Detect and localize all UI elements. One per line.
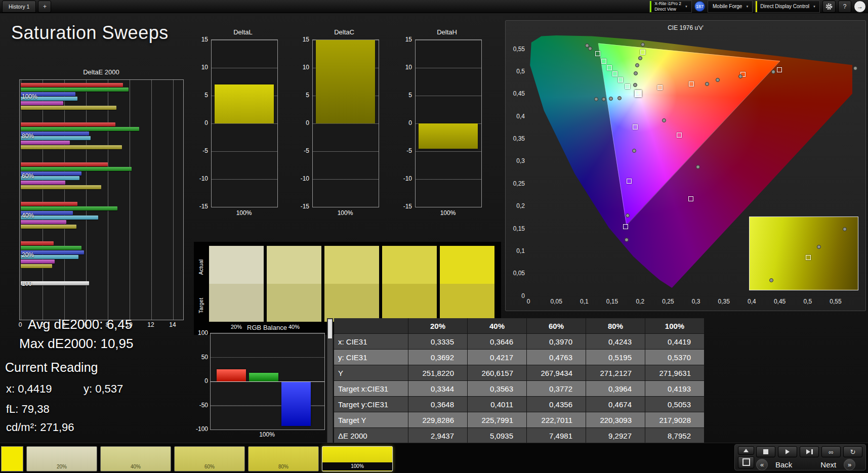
deltae-bar: [21, 202, 77, 206]
advance-button[interactable]: →: [854, 1, 866, 13]
table-cell: 7,4981: [527, 428, 586, 443]
meter-dropdown[interactable]: X-Rite i1Pro 2 Direct View ▼: [649, 1, 692, 13]
deltae-bar: [21, 246, 81, 250]
axis-tick-label: 0,05: [548, 298, 564, 305]
chevron-down-icon: ▼: [685, 5, 688, 8]
axis-tick-label: -100: [195, 425, 208, 433]
table-cell: 5,0935: [468, 428, 526, 443]
back-arrow-button[interactable]: «: [756, 459, 768, 470]
patch-button-label: 80%: [249, 463, 318, 470]
table-cell: 0,5053: [645, 397, 704, 412]
target-point: [612, 71, 617, 76]
patch-button-40%[interactable]: 40%: [100, 446, 171, 471]
avg-de2000: Avg dE2000: 6,45: [28, 317, 132, 332]
axis-tick-label: 0,3: [688, 298, 704, 305]
settings-button[interactable]: [822, 1, 836, 13]
swatch-actual: [267, 246, 321, 284]
table-row-label: Target Y: [334, 412, 408, 427]
deltae-chart: DeltaE 2000 100%80%60%40%20%100 02468101…: [18, 67, 185, 335]
pattern-window-button[interactable]: [738, 456, 754, 468]
swatch-actual: [209, 246, 264, 284]
help-button[interactable]: ?: [838, 1, 851, 13]
table-cell: 229,8286: [408, 412, 467, 427]
deltae-bar: [21, 167, 132, 171]
table-cell: 0,4217: [468, 350, 526, 365]
axis-tick-label: 5: [195, 92, 208, 99]
inset-measured-point: [843, 227, 847, 231]
stop-icon: [763, 449, 768, 454]
deltac-plot: [312, 39, 379, 207]
chart-title: DeltaC: [310, 28, 378, 36]
top-bar: History 1 + X-Rite i1Pro 2 Direct View ▼…: [0, 0, 868, 13]
chart-title: CIE 1976 u'v': [506, 24, 865, 31]
refresh-button[interactable]: ↻: [843, 446, 862, 457]
up-arrow-icon: [743, 449, 749, 452]
deltae-bar: [21, 88, 129, 92]
transport-main: ∞ ↻ « Back Next »: [756, 446, 862, 468]
deltae-group-label: 60%: [22, 173, 34, 180]
next-arrow-icon: »: [848, 461, 851, 468]
chevron-down-icon: ▼: [813, 5, 816, 8]
workflow-dropdown[interactable]: Mobile Forge ▼: [708, 1, 753, 13]
deltae-bar: [21, 264, 52, 268]
table-cell: 0,4763: [527, 350, 586, 365]
step-button[interactable]: [800, 446, 819, 457]
axis-tick-label: 0,5: [506, 68, 525, 75]
back-button[interactable]: Back: [770, 460, 797, 469]
axis-tick-label: 0: [195, 119, 208, 126]
table-cell: 0,4193: [645, 381, 704, 396]
table-cell: 0,4356: [527, 397, 586, 412]
patch-button-80%[interactable]: 80%: [248, 446, 319, 471]
measured-point: [638, 56, 642, 60]
next-button[interactable]: Next: [815, 460, 841, 469]
table-cell: 267,9434: [527, 365, 586, 380]
patch-button-60%[interactable]: 60%: [174, 446, 245, 471]
workflow-dropdown-label: Mobile Forge: [713, 4, 742, 9]
scroll-up-button[interactable]: [738, 446, 754, 455]
swatch-column: 40%: [267, 246, 321, 335]
add-tab-button[interactable]: +: [38, 1, 51, 13]
swatch-actual: [324, 246, 379, 284]
patch-button-20%[interactable]: 20%: [26, 446, 97, 471]
deltae-bar: [21, 185, 101, 189]
axis-tick-label: 0,2: [632, 298, 648, 305]
cie-inset: [749, 217, 858, 290]
measured-point: [634, 71, 638, 75]
axis-tick-label: -5: [399, 147, 412, 154]
table-row-label: ΔE 2000: [334, 428, 408, 443]
table-cell: 0,3344: [408, 381, 467, 396]
transport-controls: ∞ ↻ « Back Next »: [734, 444, 866, 470]
chart-title: DeltaE 2000: [18, 68, 185, 76]
swatch-column: 20%: [209, 246, 264, 335]
table-header-cell: [334, 318, 408, 333]
device-dropdown[interactable]: Direct Display Control ▼: [755, 1, 820, 13]
axis-tick-label: 0: [15, 321, 25, 328]
current-y: y: 0,537: [84, 382, 123, 396]
play-button[interactable]: [778, 446, 797, 457]
table-scroll-thumb[interactable]: [328, 319, 332, 338]
table-scrollbar[interactable]: [327, 318, 333, 444]
table-cell: 0,5195: [586, 350, 645, 365]
axis-tick-label: 0,2: [506, 202, 525, 209]
table-cell: 220,3093: [586, 412, 645, 427]
nav-row: « Back Next »: [756, 459, 862, 470]
chart-title: DeltaL: [209, 28, 277, 36]
table-header-cell: 100%: [645, 318, 704, 333]
axis-tick-label: -50: [195, 402, 208, 409]
axis-tick-label: 0,25: [506, 180, 525, 187]
measured-point: [625, 238, 629, 242]
deltae-bar: [21, 260, 55, 264]
measured-point: [594, 97, 598, 101]
next-arrow-button[interactable]: »: [844, 459, 855, 470]
axis-tick-label: 15: [296, 36, 309, 43]
table-header-cell: 40%: [468, 318, 526, 333]
stop-button[interactable]: [756, 446, 775, 457]
table-cell: 0,4674: [586, 397, 645, 412]
transport-row: ∞ ↻: [756, 446, 862, 457]
loop-button[interactable]: ∞: [821, 446, 841, 457]
axis-tick-label: -5: [195, 147, 208, 154]
history-tab[interactable]: History 1: [2, 1, 36, 13]
patch-button-100%[interactable]: 100%: [322, 446, 393, 471]
swatch-actual: [382, 246, 437, 284]
deltae-bar: [21, 101, 63, 105]
